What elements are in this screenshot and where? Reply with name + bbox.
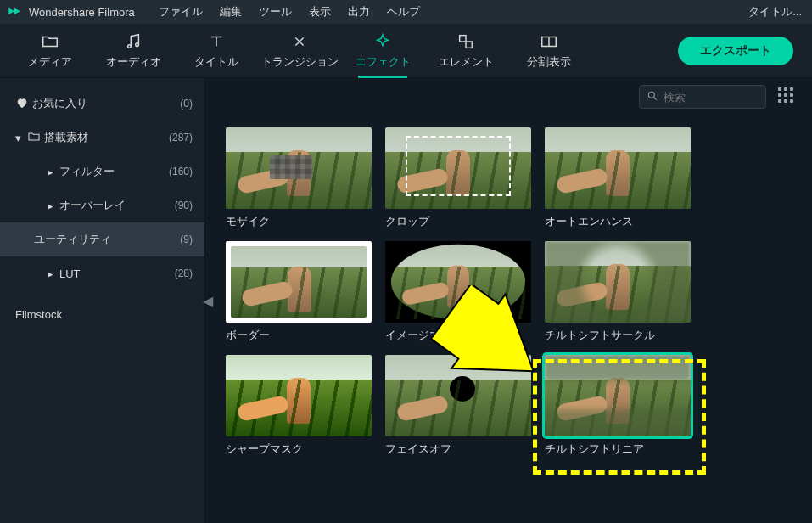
search-box[interactable]: [639, 85, 766, 109]
effect-caption: イメージマ...: [385, 328, 536, 343]
effect-item-imagemask[interactable]: イメージマ...: [385, 241, 536, 355]
effect-item-border[interactable]: ボーダー: [226, 241, 377, 355]
text-icon: [207, 32, 226, 51]
sidebar-item-count: (160): [169, 166, 193, 177]
menu-help[interactable]: ヘルプ: [387, 4, 420, 20]
sidebar-item-label: Filmstock: [15, 308, 193, 321]
sidebar-item-label: お気に入り: [32, 96, 180, 111]
content-area: お気に入り (0) ▾ 搭載素材 (287) ▸ フィルター (160) ▸ オ…: [0, 78, 812, 523]
sidebar-item-favorites[interactable]: お気に入り (0): [0, 87, 204, 121]
effect-thumbnail: [545, 241, 691, 323]
effect-thumbnail: [385, 355, 531, 436]
shapes-icon: [456, 32, 475, 51]
tab-label: メディア: [28, 54, 72, 70]
tab-label: 分割表示: [527, 54, 571, 70]
sidebar-item-filter[interactable]: ▸ フィルター (160): [0, 155, 204, 188]
tab-title[interactable]: タイトル: [176, 25, 256, 76]
effect-caption: チルトシフトサークル: [545, 328, 696, 343]
sidebar-item-count: (0): [180, 98, 193, 110]
sidebar-item-count: (287): [169, 132, 193, 143]
project-title: タイトル...: [748, 4, 802, 20]
svg-point-1: [136, 42, 139, 46]
sparkle-icon: [373, 32, 392, 51]
tab-element[interactable]: エレメント: [426, 25, 506, 76]
svg-rect-3: [466, 42, 472, 48]
effect-item-mosaic[interactable]: モザイク: [226, 127, 377, 241]
effect-item-crop[interactable]: クロップ: [385, 127, 536, 241]
menu-tools[interactable]: ツール: [259, 4, 292, 20]
menu-edit[interactable]: 編集: [220, 4, 242, 20]
export-button[interactable]: エクスポート: [678, 37, 793, 65]
svg-point-0: [128, 44, 132, 48]
sidebar-item-count: (28): [175, 267, 193, 279]
effect-item-sharpen[interactable]: シャープマスク: [226, 355, 377, 469]
effects-toolbar: [205, 78, 812, 115]
heart-icon: [15, 96, 32, 112]
sidebar-item-label: オーバーレイ: [59, 198, 175, 213]
effect-caption: クロップ: [385, 214, 536, 229]
tab-label: エフェクト: [356, 54, 411, 70]
effect-caption: チルトシフトリニア: [545, 441, 696, 457]
transition-icon: [290, 32, 309, 51]
sidebar-item-label: LUT: [59, 267, 175, 280]
sidebar-item-label: フィルター: [59, 164, 169, 179]
tab-label: トランジション: [261, 54, 339, 70]
split-view-icon: [540, 32, 558, 51]
effects-grid: モザイク クロップ オートエンハンス ボーダー イメージマ... チルトシフトサ: [205, 115, 812, 523]
menu-file[interactable]: ファイル: [159, 4, 203, 20]
effect-item-tiltcircle[interactable]: チルトシフトサークル: [545, 241, 696, 355]
tab-split[interactable]: 分割表示: [509, 25, 589, 76]
sidebar-item-builtin[interactable]: ▾ 搭載素材 (287): [0, 121, 204, 155]
effect-item-tiltlinear[interactable]: チルトシフトリニア: [545, 355, 696, 469]
tab-effect[interactable]: エフェクト: [343, 25, 423, 76]
sidebar-item-lut[interactable]: ▸ LUT (28): [0, 256, 204, 290]
titlebar: Wondershare Filmora ファイル 編集 ツール 表示 出力 ヘル…: [0, 0, 812, 24]
app-name: Wondershare Filmora: [29, 6, 135, 19]
tab-transition[interactable]: トランジション: [260, 25, 339, 76]
effect-thumbnail: [545, 355, 691, 436]
chevron-right-icon: ▸: [48, 267, 59, 280]
sidebar-item-filmstock[interactable]: Filmstock: [0, 297, 204, 331]
grid-view-icon[interactable]: [778, 87, 797, 106]
tab-label: エレメント: [439, 54, 494, 70]
effect-item-autoenhance[interactable]: オートエンハンス: [545, 127, 696, 241]
sidebar-item-label: ユーティリティ: [34, 232, 180, 247]
svg-point-5: [648, 92, 654, 98]
effect-item-faceoff[interactable]: フェイスオフ: [385, 355, 536, 469]
menu-output[interactable]: 出力: [348, 4, 370, 20]
effect-caption: フェイスオフ: [385, 441, 536, 457]
effect-caption: ボーダー: [226, 328, 377, 343]
effect-thumbnail: [545, 127, 691, 209]
tab-media[interactable]: メディア: [10, 25, 90, 76]
chevron-right-icon: ▸: [48, 166, 59, 178]
folder-icon: [27, 130, 44, 146]
effect-thumbnail: [385, 241, 531, 323]
chevron-down-icon: ▾: [15, 132, 27, 144]
effect-caption: オートエンハンス: [545, 214, 696, 229]
sidebar-item-label: 搭載素材: [44, 130, 169, 145]
search-icon: [647, 90, 658, 104]
search-input[interactable]: [664, 91, 748, 104]
tab-label: タイトル: [194, 54, 238, 70]
effect-caption: シャープマスク: [226, 441, 377, 457]
sidebar-item-count: (90): [175, 200, 193, 211]
menubar: ファイル 編集 ツール 表示 出力 ヘルプ: [159, 4, 420, 20]
sidebar-item-count: (9): [180, 233, 193, 245]
effect-thumbnail: [226, 355, 372, 436]
effect-thumbnail: [385, 127, 531, 209]
music-note-icon: [124, 32, 143, 51]
effect-caption: モザイク: [226, 214, 377, 229]
tab-label: オーディオ: [106, 54, 161, 70]
main-tabs: メディア オーディオ タイトル トランジション エフェクト エレメント 分割: [0, 24, 812, 78]
menu-view[interactable]: 表示: [309, 4, 331, 20]
effect-thumbnail: [226, 127, 372, 209]
sidebar: お気に入り (0) ▾ 搭載素材 (287) ▸ フィルター (160) ▸ オ…: [0, 78, 205, 523]
sidebar-item-utility[interactable]: ユーティリティ (9): [0, 222, 204, 256]
main-pane: モザイク クロップ オートエンハンス ボーダー イメージマ... チルトシフトサ: [205, 78, 812, 523]
chevron-right-icon: ▸: [48, 200, 59, 212]
tab-audio[interactable]: オーディオ: [93, 25, 173, 76]
app-logo-icon: [7, 4, 22, 20]
folder-icon: [41, 32, 59, 51]
effect-thumbnail: [226, 241, 372, 323]
sidebar-item-overlay[interactable]: ▸ オーバーレイ (90): [0, 188, 204, 222]
